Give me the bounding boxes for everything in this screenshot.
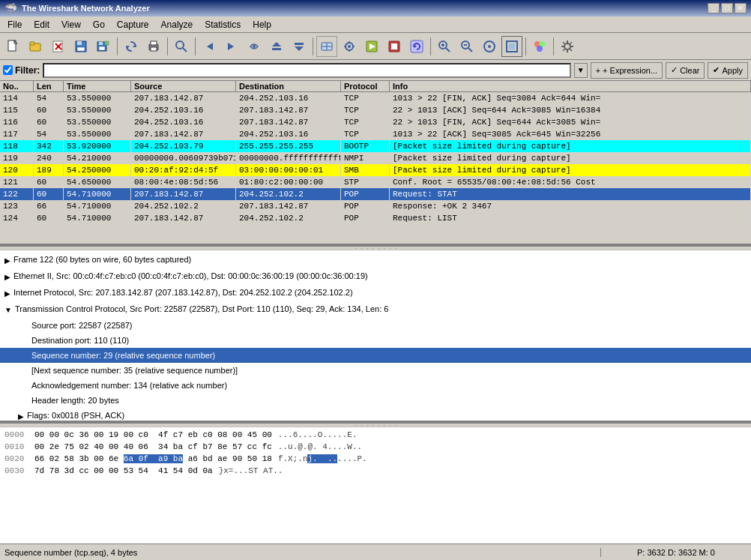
hex-bytes[interactable]: 00 00 0c 36 00 19 00 c0 4f c7 eb c0 08 0…: [34, 429, 272, 441]
detail-row[interactable]: ▶Ethernet II, Src: 00:c0:4f:c7:eb:c0 (00…: [0, 268, 751, 285]
detail-row[interactable]: [Next sequence number: 35 (relative sequ…: [0, 363, 751, 378]
next-packet-button[interactable]: [289, 36, 310, 57]
stop-capture-button[interactable]: [384, 36, 405, 57]
packet-rows[interactable]: 1145453.550000207.183.142.87204.252.103.…: [0, 92, 751, 244]
detail-text: Internet Protocol, Src: 207.183.142.87 (…: [13, 286, 353, 298]
menu-analyze[interactable]: Analyze: [157, 18, 198, 31]
packet-row[interactable]: 11924054.21000000000000.00609739b0710000…: [0, 152, 751, 164]
close-button[interactable]: ✕: [735, 3, 747, 13]
status-right-text: P: 3632 D: 3632 M: 0: [637, 548, 715, 557]
new-capture-button[interactable]: [3, 36, 24, 57]
filterbar: Filter: ▼ + + Expression... ✓ Clear ✔ Ap…: [0, 60, 751, 81]
svg-point-51: [488, 45, 491, 48]
detail-row[interactable]: Source port: 22587 (22587): [0, 318, 751, 333]
apply-button[interactable]: ✔ Apply: [708, 62, 748, 79]
packet-cell: POP: [341, 212, 390, 224]
saveas-button[interactable]: [93, 36, 114, 57]
menu-edit[interactable]: Edit: [29, 18, 54, 31]
svg-rect-12: [99, 46, 105, 50]
packet-row[interactable]: 1156053.550000204.252.103.16207.183.142.…: [0, 104, 751, 116]
packet-cell: BOOTP: [341, 140, 390, 152]
col-header-source[interactable]: Source: [131, 81, 236, 91]
packet-row[interactable]: 1226054.710000207.183.142.87204.252.102.…: [0, 188, 751, 200]
collapse-icon[interactable]: ▼: [4, 304, 12, 316]
back-button[interactable]: [199, 36, 220, 57]
packet-list-header: No.. Len Time Source Destination Protoco…: [0, 81, 751, 92]
menu-help[interactable]: Help: [248, 18, 276, 31]
packet-row[interactable]: 1216054.65000008:00:4e:08:5d:5601:80:c2:…: [0, 176, 751, 188]
packet-cell: 54.710000: [64, 200, 131, 212]
detail-text: Transmission Control Protocol, Src Port:…: [15, 303, 389, 315]
expand-icon[interactable]: ▶: [4, 271, 10, 283]
prev-packet-button[interactable]: [266, 36, 287, 57]
zoom-in-button[interactable]: [434, 36, 455, 57]
start-capture-button[interactable]: [361, 36, 382, 57]
expand-icon[interactable]: ▶: [4, 288, 10, 300]
menu-go[interactable]: Go: [88, 18, 109, 31]
sep7: [553, 37, 554, 55]
packet-row[interactable]: 12018954.25000000:20:af:92:d4:5f03:00:00…: [0, 164, 751, 176]
maximize-button[interactable]: □: [721, 3, 733, 13]
packet-row[interactable]: 1236654.710000204.252.102.2207.183.142.8…: [0, 200, 751, 212]
detail-row[interactable]: Destination port: 110 (110): [0, 333, 751, 348]
packet-cell: 118: [0, 140, 34, 152]
print-button[interactable]: [143, 36, 164, 57]
forward-button[interactable]: [221, 36, 242, 57]
filter-input[interactable]: [43, 63, 570, 78]
packet-row[interactable]: 1166053.550000204.252.103.16207.183.142.…: [0, 116, 751, 128]
packet-row[interactable]: 1175453.550000207.183.142.87204.252.103.…: [0, 128, 751, 140]
capture-options-button[interactable]: [339, 36, 360, 57]
reload-button[interactable]: [121, 36, 142, 57]
zoom-out-button[interactable]: [456, 36, 477, 57]
col-header-destination[interactable]: Destination: [236, 81, 341, 91]
col-header-protocol[interactable]: Protocol: [341, 81, 390, 91]
zoom-full-button[interactable]: [501, 36, 522, 57]
hex-row: 000000 00 0c 36 00 19 00 c0 4f c7 eb c0 …: [4, 429, 747, 441]
colorize-button[interactable]: [529, 36, 550, 57]
close-button-tb[interactable]: [48, 36, 69, 57]
goto-button[interactable]: [244, 36, 265, 57]
svg-line-63: [570, 49, 572, 51]
hex-bytes[interactable]: 66 02 58 3b 00 6e 6a 0f a9 ba a6 bd ae 9…: [34, 453, 272, 465]
col-header-len[interactable]: Len: [34, 81, 64, 91]
detail-row[interactable]: ▶Frame 122 (60 bytes on wire, 60 bytes c…: [0, 252, 751, 268]
packet-cell: 207.183.142.87: [131, 188, 236, 200]
packet-row[interactable]: 1145453.550000207.183.142.87204.252.103.…: [0, 92, 751, 104]
capture-interfaces-button[interactable]: [316, 36, 337, 57]
detail-row[interactable]: Header length: 20 bytes: [0, 393, 751, 408]
detail-row[interactable]: Sequence number: 29 (relative sequence n…: [0, 348, 751, 363]
col-header-no[interactable]: No..: [0, 81, 34, 91]
open-button[interactable]: [25, 36, 46, 57]
detail-row[interactable]: ▶Internet Protocol, Src: 207.183.142.87 …: [0, 285, 751, 301]
packet-row[interactable]: 1246054.710000207.183.142.87204.252.102.…: [0, 212, 751, 224]
filter-dropdown-button[interactable]: ▼: [574, 63, 588, 78]
detail-row[interactable]: ▼Transmission Control Protocol, Src Port…: [0, 301, 751, 318]
window-controls: _ □ ✕: [708, 3, 747, 13]
detail-row[interactable]: Acknowledgement number: 134 (relative ac…: [0, 378, 751, 393]
packet-cell: 207.183.142.87: [131, 128, 236, 140]
menubar: File Edit View Go Capture Analyze Statis…: [0, 16, 751, 33]
menu-capture[interactable]: Capture: [112, 18, 154, 31]
hex-bytes[interactable]: 7d 78 3d cc 00 00 53 54 41 54 0d 0a: [34, 465, 213, 477]
filter-checkbox[interactable]: [3, 65, 13, 75]
find-button[interactable]: [171, 36, 192, 57]
zoom-normal-button[interactable]: [479, 36, 500, 57]
prefs-button[interactable]: [557, 36, 578, 57]
menu-view[interactable]: View: [57, 18, 85, 31]
packet-row[interactable]: 11834253.920000204.252.103.79255.255.255…: [0, 140, 751, 152]
detail-text: Sequence number: 29 (relative sequence n…: [31, 349, 215, 361]
expand-icon[interactable]: ▶: [18, 411, 24, 423]
packet-cell: 207.183.142.87: [131, 92, 236, 104]
expand-icon[interactable]: ▶: [4, 255, 10, 267]
detail-row[interactable]: ▶Flags: 0x0018 (PSH, ACK): [0, 408, 751, 423]
minimize-button[interactable]: _: [708, 3, 720, 13]
save-button-tb[interactable]: [70, 36, 91, 57]
menu-file[interactable]: File: [3, 18, 26, 31]
hex-bytes[interactable]: 00 2e 75 02 40 00 40 06 34 ba cf b7 8e 5…: [34, 441, 272, 453]
restart-capture-button[interactable]: [406, 36, 427, 57]
menu-statistics[interactable]: Statistics: [200, 18, 245, 31]
col-header-time[interactable]: Time: [64, 81, 131, 91]
col-header-info[interactable]: Info: [390, 81, 751, 91]
clear-button[interactable]: ✓ Clear: [666, 62, 705, 79]
expression-button[interactable]: + + Expression...: [591, 62, 663, 79]
